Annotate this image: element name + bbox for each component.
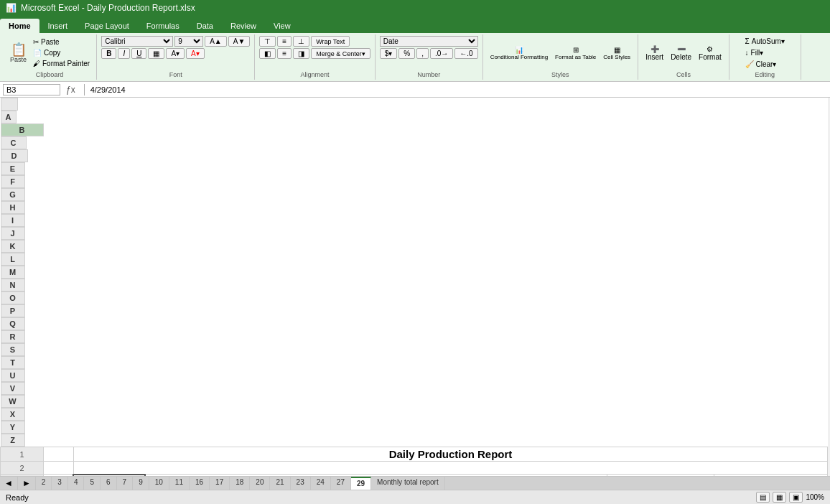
underline-button[interactable]: U bbox=[131, 48, 146, 59]
sheet-tab-18[interactable]: 18 bbox=[230, 477, 250, 490]
spreadsheet-area[interactable]: A B C D E F G H I J K L M N O P Q bbox=[0, 98, 830, 476]
wrap-text-button[interactable]: Wrap Text bbox=[311, 36, 350, 47]
col-header-p[interactable]: P bbox=[1, 304, 25, 317]
comma-button[interactable]: , bbox=[416, 48, 429, 59]
clear-button[interactable]: 🧹 Clear▾ bbox=[742, 59, 788, 70]
bold-button[interactable]: B bbox=[101, 48, 116, 59]
fill-button[interactable]: ↓ Fill▾ bbox=[742, 47, 788, 58]
page-layout-view-button[interactable]: ▦ bbox=[773, 492, 786, 503]
r2-rest[interactable] bbox=[73, 462, 827, 475]
merge-center-button[interactable]: Merge & Center▾ bbox=[311, 48, 370, 59]
col-header-m[interactable]: M bbox=[1, 266, 25, 279]
r2-a[interactable] bbox=[44, 462, 74, 475]
col-header-h[interactable]: H bbox=[1, 201, 25, 214]
tab-pagelayout[interactable]: Page Layout bbox=[76, 19, 138, 33]
align-left-button[interactable]: ◧ bbox=[259, 48, 276, 59]
col-header-e[interactable]: E bbox=[1, 162, 25, 175]
sheet-tab-29[interactable]: 29 bbox=[351, 477, 371, 490]
percent-button[interactable]: % bbox=[398, 48, 415, 59]
decrease-font-button[interactable]: A▼ bbox=[228, 36, 251, 47]
format-cell-button[interactable]: ⚙ Format bbox=[696, 44, 724, 62]
align-middle-button[interactable]: ≡ bbox=[277, 36, 292, 47]
format-painter-button[interactable]: 🖌 Format Painter bbox=[31, 59, 92, 68]
col-header-r[interactable]: R bbox=[1, 330, 25, 343]
sheet-tab-17[interactable]: 17 bbox=[210, 477, 230, 490]
col-header-f[interactable]: F bbox=[1, 175, 25, 188]
col-header-i[interactable]: I bbox=[1, 214, 25, 227]
formula-input[interactable] bbox=[90, 85, 827, 94]
col-header-d[interactable]: D bbox=[1, 149, 28, 162]
sheet-tab-21[interactable]: 21 bbox=[270, 477, 290, 490]
cell-styles-button[interactable]: ▦ Cell Styles bbox=[600, 45, 633, 62]
border-button[interactable]: ▦ bbox=[148, 48, 164, 59]
align-center-button[interactable]: ≡ bbox=[277, 48, 292, 59]
fill-color-button[interactable]: A▾ bbox=[166, 48, 185, 59]
increase-font-button[interactable]: A▲ bbox=[205, 36, 227, 47]
paste-button[interactable]: 📋 Paste bbox=[7, 42, 29, 65]
page-break-view-button[interactable]: ▣ bbox=[789, 492, 803, 503]
delete-cell-button[interactable]: ➖ Delete bbox=[668, 44, 694, 62]
col-header-n[interactable]: N bbox=[1, 279, 25, 291]
tab-insert[interactable]: Insert bbox=[39, 19, 77, 33]
col-header-t[interactable]: T bbox=[1, 356, 25, 369]
col-header-q[interactable]: Q bbox=[1, 317, 25, 330]
insert-cell-button[interactable]: ➕ Insert bbox=[643, 44, 666, 62]
prev-sheet-button[interactable]: ◄ bbox=[0, 477, 18, 490]
sheet-tab-6[interactable]: 6 bbox=[101, 477, 117, 490]
font-family-select[interactable]: Calibri bbox=[101, 36, 173, 47]
col-header-j[interactable]: J bbox=[1, 227, 25, 240]
align-top-button[interactable]: ⊤ bbox=[259, 36, 276, 47]
col-header-o[interactable]: O bbox=[1, 291, 25, 304]
normal-view-button[interactable]: ▤ bbox=[756, 492, 770, 503]
col-header-x[interactable]: X bbox=[1, 408, 25, 421]
sheet-tab-9[interactable]: 9 bbox=[133, 477, 149, 490]
sheet-tab-5[interactable]: 5 bbox=[84, 477, 101, 490]
conditional-formatting-button[interactable]: 📊 Conditional Formatting bbox=[488, 45, 551, 62]
tab-data[interactable]: Data bbox=[188, 19, 222, 33]
sheet-tab-monthly[interactable]: Monthly total report bbox=[371, 477, 445, 490]
col-header-a[interactable]: A bbox=[1, 111, 17, 123]
sheet-tab-11[interactable]: 11 bbox=[169, 477, 190, 490]
sheet-tab-16[interactable]: 16 bbox=[190, 477, 210, 490]
increase-decimal-button[interactable]: .0→ bbox=[430, 48, 453, 59]
name-box[interactable] bbox=[3, 84, 60, 95]
col-header-u[interactable]: U bbox=[1, 369, 25, 382]
currency-button[interactable]: $▾ bbox=[380, 48, 398, 59]
sheet-tab-27[interactable]: 27 bbox=[331, 477, 351, 490]
sheet-tab-3[interactable]: 3 bbox=[52, 477, 68, 490]
sheet-tab-4[interactable]: 4 bbox=[68, 477, 85, 490]
col-header-c[interactable]: C bbox=[1, 136, 27, 149]
col-header-w[interactable]: W bbox=[1, 395, 25, 408]
title-cell[interactable]: Daily Production Report bbox=[73, 447, 827, 462]
sheet-tab-10[interactable]: 10 bbox=[149, 477, 169, 490]
cut-button[interactable]: ✂ Paste bbox=[31, 37, 92, 47]
tab-review[interactable]: Review bbox=[222, 19, 265, 33]
align-bottom-button[interactable]: ⊥ bbox=[293, 36, 309, 47]
tab-home[interactable]: Home bbox=[0, 19, 39, 33]
col-header-k[interactable]: K bbox=[1, 240, 25, 253]
sheet-tab-20[interactable]: 20 bbox=[250, 477, 270, 490]
tab-view[interactable]: View bbox=[265, 19, 299, 33]
sheet-tab-2[interactable]: 2 bbox=[36, 477, 52, 490]
font-size-select[interactable]: 9 bbox=[174, 36, 203, 47]
next-sheet-button[interactable]: ► bbox=[18, 477, 36, 490]
decrease-decimal-button[interactable]: ←.0 bbox=[454, 48, 477, 59]
col-header-y[interactable]: Y bbox=[1, 421, 25, 434]
col-header-s[interactable]: S bbox=[1, 343, 25, 356]
number-format-select[interactable]: Date bbox=[380, 36, 478, 47]
tab-formulas[interactable]: Formulas bbox=[138, 19, 188, 33]
sheet-tab-7[interactable]: 7 bbox=[117, 477, 134, 490]
sheet-tab-24[interactable]: 24 bbox=[311, 477, 331, 490]
font-color-button[interactable]: A▾ bbox=[186, 48, 205, 59]
italic-button[interactable]: I bbox=[118, 48, 130, 59]
r1-a[interactable] bbox=[44, 447, 74, 462]
autosum-button[interactable]: Σ AutoSum▾ bbox=[742, 36, 788, 47]
sheet-tab-23[interactable]: 23 bbox=[291, 477, 311, 490]
col-header-v[interactable]: V bbox=[1, 382, 25, 395]
copy-button[interactable]: 📄 Copy bbox=[31, 48, 92, 57]
align-right-button[interactable]: ◨ bbox=[293, 48, 309, 59]
format-as-table-button[interactable]: ⊞ Format as Table bbox=[552, 45, 599, 62]
col-header-g[interactable]: G bbox=[1, 188, 25, 201]
col-header-l[interactable]: L bbox=[1, 253, 25, 266]
col-header-b[interactable]: B bbox=[1, 123, 44, 136]
